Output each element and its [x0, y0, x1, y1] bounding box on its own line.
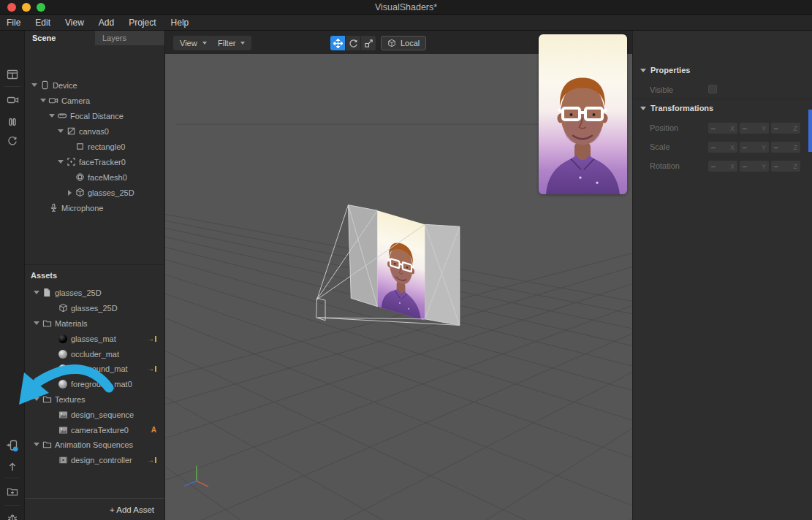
transformations-section-header[interactable]: Transformations [640, 104, 713, 112]
tree-label: glasses_25D [71, 304, 118, 313]
asset-item-design-sequence[interactable]: design_sequence [25, 407, 164, 422]
right-edge-blue-strip [808, 110, 812, 152]
expander-icon[interactable] [33, 321, 40, 325]
section-title: Transformations [650, 104, 713, 112]
scale-y-field[interactable]: –Y [740, 142, 769, 153]
video-camera-icon[interactable] [0, 92, 25, 108]
camera-texture-plane [377, 210, 425, 320]
position-y-field[interactable]: –Y [740, 123, 769, 134]
asset-item-camera-texture0[interactable]: cameraTexture0 A [25, 422, 164, 437]
send-to-device-icon[interactable] [0, 437, 25, 454]
section-title: Properties [650, 66, 690, 74]
menu-project[interactable]: Project [129, 18, 156, 28]
asset-item-occluder-mat[interactable]: occluder_mat [25, 346, 164, 362]
asset-item-foreground-mat0[interactable]: foreground_mat0 [25, 376, 164, 391]
scene-tree-item-camera[interactable]: Camera [25, 93, 164, 108]
filter-dropdown[interactable]: Filter [211, 36, 251, 50]
position-x-field[interactable]: –X [708, 123, 737, 134]
scale-z-field[interactable]: –Z [771, 142, 800, 153]
upload-arrow-icon[interactable] [0, 459, 25, 475]
asset-item-glasses-25d-file[interactable]: glasses_25D [25, 285, 164, 300]
move-tool-button[interactable] [330, 36, 345, 50]
menu-bar: File Edit View Add Project Help [0, 15, 812, 31]
material-sphere-icon [58, 349, 68, 359]
scene-tree-item-canvas0[interactable]: canvas0 [25, 123, 164, 139]
expander-icon[interactable] [39, 99, 47, 102]
expander-icon[interactable] [31, 83, 38, 87]
asset-item-design-controller[interactable]: design_controller → [25, 452, 164, 467]
restart-icon[interactable] [0, 133, 25, 149]
tree-label: occluder_mat [71, 350, 119, 359]
properties-section-header[interactable]: Properties [640, 66, 690, 74]
asset-item-animation-sequences-folder[interactable]: Animation Sequences [25, 437, 164, 452]
position-z-field[interactable]: –Z [771, 123, 800, 134]
tree-label: Camera [61, 96, 90, 105]
scene-tree-item-facetracker0[interactable]: faceTracker0 [25, 154, 164, 169]
scene-tree-item-glasses-25d[interactable]: glasses_25D [25, 185, 164, 200]
tree-label: faceMesh0 [88, 173, 127, 182]
debug-bug-icon[interactable] [0, 511, 25, 520]
inspector-panel: Properties Visible Transformations Posit… [632, 31, 812, 520]
asset-item-materials-folder[interactable]: Materials [25, 316, 164, 331]
scale-tool-button[interactable] [361, 36, 376, 50]
material-sphere-icon [58, 364, 68, 374]
menu-view[interactable]: View [65, 18, 84, 28]
view-dropdown[interactable]: View [173, 36, 213, 50]
scene-tree-item-focal-distance[interactable]: Focal Distance [25, 108, 164, 123]
assets-title: Assets [31, 271, 57, 280]
layout-panels-icon[interactable] [0, 66, 25, 83]
expander-icon[interactable] [33, 291, 40, 294]
cube-icon [387, 39, 396, 47]
tree-label: design_sequence [71, 410, 134, 419]
menu-file[interactable]: File [7, 18, 20, 28]
asset-item-foreground-mat[interactable]: foreground_mat → [25, 361, 164, 376]
axis-gizmo [184, 466, 208, 487]
texture-image-icon [58, 410, 68, 420]
camera-preview [539, 34, 627, 194]
expander-icon[interactable] [57, 129, 64, 133]
folder-icon [42, 394, 52, 405]
expander-icon[interactable] [57, 160, 64, 164]
patch-insert-badge: → [147, 364, 156, 372]
folder-icon [42, 440, 52, 450]
asset-item-textures-folder[interactable]: Textures [25, 391, 164, 407]
viewport[interactable]: View Filter Local [165, 31, 632, 520]
expander-icon[interactable] [48, 114, 56, 118]
scene-tree-item-device[interactable]: Device [25, 77, 164, 93]
tab-layers[interactable]: Layers [95, 31, 164, 45]
tab-scene[interactable]: Scene [25, 31, 95, 45]
title-bar: VisualShaders* [0, 0, 812, 15]
coordinate-mode-button[interactable]: Local [381, 36, 426, 50]
scene-tree-item-facemesh0[interactable]: faceMesh0 [25, 169, 164, 185]
window-title: VisualShaders* [0, 2, 812, 12]
expander-icon[interactable] [33, 397, 40, 401]
scene-panel: Scene Layers Device Camera Focal Distanc… [25, 31, 165, 264]
pause-icon[interactable] [0, 114, 25, 130]
texture-image-icon [58, 425, 68, 435]
menu-edit[interactable]: Edit [35, 18, 50, 28]
tree-label: glasses_25D [88, 188, 134, 197]
tree-label: foreground_mat0 [71, 380, 132, 389]
menu-add[interactable]: Add [99, 18, 114, 28]
camera-icon [48, 96, 58, 106]
tree-label: foreground_mat [71, 364, 128, 373]
scene-tree-item-microphone[interactable]: Microphone [25, 200, 164, 215]
add-folder-icon[interactable] [0, 483, 25, 500]
expander-icon[interactable] [66, 190, 73, 196]
rotation-label: Rotation [650, 161, 680, 170]
scene-tree-item-rectangle0[interactable]: rectangle0 [25, 139, 164, 154]
rotation-y-field[interactable]: –Y [740, 161, 769, 172]
add-asset-button[interactable]: + Add Asset [25, 498, 164, 520]
auto-badge: A [151, 426, 156, 434]
tree-label: Materials [55, 319, 88, 328]
asset-item-glasses-25d-mesh[interactable]: glasses_25D [25, 300, 164, 316]
scale-x-field[interactable]: –X [708, 142, 737, 153]
rotation-z-field[interactable]: –Z [771, 161, 800, 172]
expander-icon[interactable] [33, 443, 40, 446]
menu-help[interactable]: Help [171, 18, 189, 28]
asset-item-glasses-mat[interactable]: glasses_mat → [25, 331, 164, 346]
rectangle-icon [75, 142, 85, 152]
rotate-tool-button[interactable] [346, 36, 360, 50]
visible-checkbox[interactable] [708, 85, 717, 93]
rotation-x-field[interactable]: –X [708, 161, 737, 172]
